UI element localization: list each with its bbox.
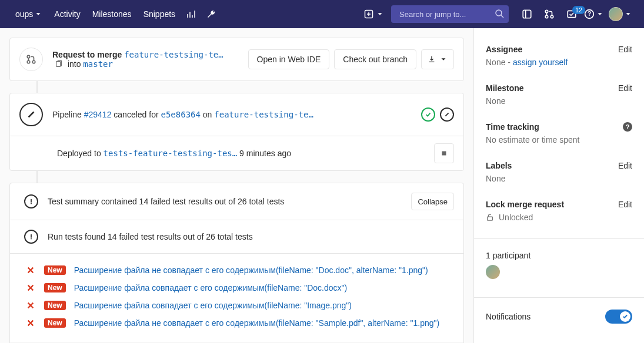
svg-rect-17 xyxy=(488,217,493,220)
into-label: into xyxy=(68,59,83,69)
svg-point-10 xyxy=(27,60,30,63)
fail-icon xyxy=(26,319,36,327)
merge-request-icon xyxy=(26,54,36,65)
svg-rect-2 xyxy=(523,10,531,18)
milestone-label: Milestone xyxy=(486,83,524,93)
nav-issues[interactable] xyxy=(517,0,537,28)
new-pill: New xyxy=(44,301,66,310)
pipeline-branch-link[interactable]: feature-testsing-te… xyxy=(214,110,313,119)
tests-list[interactable]: NewРасширение файла не совпадает с его с… xyxy=(10,253,463,342)
new-dropdown[interactable] xyxy=(359,5,389,23)
stage-canceled[interactable] xyxy=(440,107,454,122)
test-row: NewРасширение файла совпадает с его соде… xyxy=(26,301,454,310)
notifications-toggle[interactable] xyxy=(605,310,632,324)
nav-snippets[interactable]: Snippets xyxy=(138,0,181,28)
summary-text: Test summary contained 14 failed test re… xyxy=(48,197,402,206)
download-icon xyxy=(428,55,436,63)
sidebar-assignee: Assignee Edit None - assign yourself xyxy=(486,45,632,67)
sidebar-labels: Labels Edit None xyxy=(486,161,632,183)
canceled-icon xyxy=(26,109,36,120)
nav-milestones[interactable]: Milestones xyxy=(86,0,138,28)
lock-label: Lock merge request xyxy=(486,200,564,209)
test-link[interactable]: Расширение файла не совпадает с его соде… xyxy=(74,265,428,275)
test-link[interactable]: Расширение файла не совпадает с его соде… xyxy=(74,318,439,328)
pipeline-label: Pipeline xyxy=(52,110,84,119)
nav-user[interactable] xyxy=(606,0,635,28)
copy-icon[interactable] xyxy=(55,60,63,68)
stage-success[interactable] xyxy=(421,107,435,122)
assignee-none: None - xyxy=(486,58,513,67)
fail-icon xyxy=(26,284,36,292)
todos-badge: 12 xyxy=(572,6,585,14)
nav-groups-label: oups xyxy=(15,9,33,19)
warning-icon xyxy=(27,233,35,241)
nav-activity[interactable]: Activity xyxy=(48,0,86,28)
pipeline-id-link[interactable]: #29412 xyxy=(84,110,112,119)
nav-merge-requests[interactable] xyxy=(539,0,559,28)
connector-line xyxy=(36,171,38,183)
nav-left: oups Activity Milestones Snippets xyxy=(9,0,221,28)
source-branch-link[interactable]: feature-testsing-te… xyxy=(124,50,223,59)
test-link[interactable]: Расширение файла совпадает с его содержи… xyxy=(74,283,347,292)
svg-rect-13 xyxy=(442,152,446,156)
labels-value: None xyxy=(486,174,632,183)
download-dropdown[interactable] xyxy=(421,49,454,69)
warning-icon xyxy=(27,197,35,206)
nav-groups[interactable]: oups xyxy=(9,0,48,28)
merge-request-icon xyxy=(544,9,555,19)
pipeline-on: on xyxy=(203,110,214,119)
deployed-time: 9 minutes ago xyxy=(239,149,291,158)
chart-icon xyxy=(186,9,196,19)
svg-point-4 xyxy=(545,15,548,18)
labels-edit[interactable]: Edit xyxy=(618,161,632,170)
stop-icon xyxy=(440,149,448,157)
time-label: Time tracking xyxy=(486,122,539,132)
pipeline-sha-link[interactable]: e5e86364 xyxy=(161,110,200,119)
chevron-down-icon xyxy=(34,10,42,18)
nav-operations[interactable] xyxy=(201,0,221,28)
participant-avatar[interactable] xyxy=(486,265,500,279)
nav-metrics[interactable] xyxy=(181,0,201,28)
sidebar-participants: 1 participant xyxy=(486,251,632,281)
test-summary-widget: Test summary contained 14 failed test re… xyxy=(9,183,464,343)
milestone-edit[interactable]: Edit xyxy=(618,83,632,93)
user-avatar xyxy=(609,7,623,21)
new-pill: New xyxy=(44,283,66,292)
merge-text: Request to merge feature-testsing-te… in… xyxy=(52,50,239,69)
milestone-value: None xyxy=(486,96,632,106)
open-web-ide-button[interactable]: Open in Web IDE xyxy=(248,49,330,69)
collapse-button[interactable]: Collapse xyxy=(411,193,454,210)
svg-point-15 xyxy=(31,238,32,240)
deployed-to-label: Deployed to xyxy=(57,149,104,158)
unlock-icon xyxy=(486,213,494,221)
svg-point-5 xyxy=(550,15,553,18)
svg-rect-12 xyxy=(56,62,61,67)
search-wrap xyxy=(391,5,509,23)
warning-circle xyxy=(24,194,38,209)
search-input[interactable] xyxy=(391,5,509,23)
pipeline-status-circle xyxy=(19,103,43,126)
chevron-down-icon xyxy=(439,55,448,63)
sidebar: Assignee Edit None - assign yourself Mil… xyxy=(473,28,644,343)
chevron-down-icon xyxy=(376,10,384,18)
nav-right: 12 ? xyxy=(517,0,635,28)
test-link[interactable]: Расширение файла совпадает с его содержи… xyxy=(74,301,352,310)
lock-edit[interactable]: Edit xyxy=(618,200,632,209)
top-nav: oups Activity Milestones Snippets 12 xyxy=(0,0,644,28)
connector-line xyxy=(36,81,38,93)
test-row: NewРасширение файла не совпадает с его с… xyxy=(26,318,454,328)
stop-environment-button[interactable] xyxy=(434,143,454,163)
nav-help[interactable]: ? xyxy=(584,0,604,28)
assign-yourself-link[interactable]: assign yourself xyxy=(513,58,568,67)
checkout-branch-button[interactable]: Check out branch xyxy=(334,49,416,69)
fail-icon xyxy=(26,266,36,274)
test-row: NewРасширение файла не совпадает с его с… xyxy=(26,265,454,275)
nav-todos[interactable]: 12 xyxy=(562,0,582,28)
svg-text:?: ? xyxy=(588,11,591,17)
help-icon[interactable]: ? xyxy=(623,122,632,132)
deployed-env-link[interactable]: tests-feature-testsing-tes… xyxy=(104,149,238,158)
participants-label: 1 participant xyxy=(486,251,632,260)
assignee-edit[interactable]: Edit xyxy=(618,45,632,54)
time-value: No estimate or time spent xyxy=(486,135,632,144)
target-branch-link[interactable]: master xyxy=(83,59,113,69)
